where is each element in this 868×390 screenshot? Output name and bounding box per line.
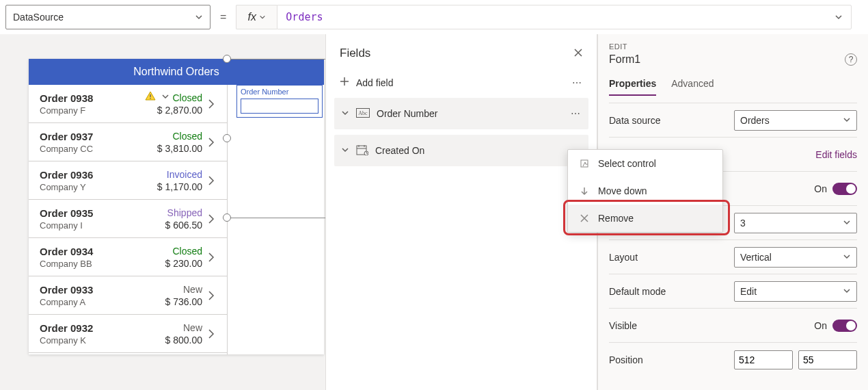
chevron-right-icon[interactable] (202, 252, 220, 263)
company-label: Company CC (40, 144, 141, 154)
company-label: Company I (40, 220, 141, 231)
svg-rect-1 (150, 98, 150, 99)
order-title: Order 0938 (40, 92, 141, 104)
formula-text: Orders (286, 11, 323, 23)
card-label: Order Number (236, 86, 323, 97)
context-menu: Select control Move down Remove (567, 149, 723, 233)
visible-toggle[interactable] (832, 320, 857, 332)
chevron-right-icon[interactable] (202, 328, 220, 339)
chevron-down-icon (843, 115, 851, 126)
columns-select[interactable]: 3 (734, 213, 857, 233)
gallery-item[interactable]: Order 0938Company FClosed$ 2,870.00 (29, 85, 227, 123)
chevron-down-icon (843, 286, 851, 297)
status-label: Invoiced (141, 169, 202, 180)
gallery-item[interactable]: Order 0937Company CCClosed$ 3,810.00 (29, 123, 227, 161)
status-label: Shipped (141, 207, 202, 218)
field-item[interactable]: Created On⋯ (334, 135, 588, 166)
data-source-label: Data source (609, 115, 734, 126)
order-number-card[interactable]: Order Number (236, 86, 323, 116)
chevron-down-icon (259, 14, 266, 21)
status-label: Closed (141, 131, 202, 142)
fields-title: Fields (340, 47, 370, 60)
field-type-icon: Abc (356, 108, 370, 120)
help-icon[interactable]: ? (845, 53, 857, 66)
amount-label: $ 606.50 (141, 220, 202, 231)
company-label: Company F (40, 105, 141, 116)
more-icon[interactable]: ⋯ (571, 108, 582, 119)
resize-handle[interactable] (223, 134, 231, 142)
arrow-down-icon (579, 186, 590, 196)
order-title: Order 0935 (40, 207, 141, 219)
chevron-right-icon[interactable] (202, 99, 220, 109)
property-select[interactable]: DataSource (5, 5, 211, 29)
gallery-item[interactable]: Order 0936Company YInvoiced$ 1,170.00 (29, 161, 227, 200)
fx-button[interactable]: fx (236, 5, 277, 29)
control-name: Form1 (609, 53, 640, 66)
amount-label: $ 800.00 (141, 335, 202, 346)
company-label: Company Y (40, 182, 141, 192)
visible-label: Visible (609, 320, 734, 331)
app-title: Northwind Orders (29, 59, 324, 85)
add-field-button[interactable]: Add field (340, 77, 393, 88)
ctx-select-control[interactable]: Select control (568, 150, 722, 177)
close-icon (579, 213, 590, 223)
chevron-down-icon (341, 108, 349, 119)
ctx-remove[interactable]: Remove (568, 205, 722, 232)
toggle-label: On (814, 320, 827, 331)
equals-label: = (211, 11, 236, 23)
chevron-right-icon[interactable] (202, 213, 220, 224)
chevron-down-icon (195, 13, 203, 21)
gallery-item[interactable]: Order 0935Company IShipped$ 606.50 (29, 200, 227, 238)
position-y-input[interactable] (798, 350, 857, 369)
gallery-item[interactable]: Order 0933Company ANew$ 736.00 (29, 276, 227, 315)
select-icon (579, 159, 590, 168)
chevron-right-icon[interactable] (202, 137, 220, 148)
chevron-down-icon (161, 92, 169, 103)
gallery-item[interactable]: Order 0934Company BBClosed$ 230.00 (29, 238, 227, 276)
default-mode-label: Default mode (609, 286, 734, 297)
tab-properties[interactable]: Properties (609, 78, 656, 96)
formula-input[interactable]: Orders (277, 5, 852, 29)
amount-label: $ 1,170.00 (141, 181, 202, 192)
snap-toggle[interactable] (832, 183, 857, 195)
warning-icon (145, 90, 156, 103)
default-mode-select[interactable]: Edit (734, 281, 857, 302)
field-label: Created On (375, 145, 564, 156)
gallery: Order 0938Company FClosed$ 2,870.00Order… (29, 85, 227, 354)
chevron-down-icon (843, 218, 851, 229)
card-input[interactable] (241, 99, 318, 114)
data-source-select[interactable]: Orders (734, 110, 857, 131)
gallery-item[interactable]: Order 0932Company KNew$ 800.00 (29, 315, 227, 353)
order-title: Order 0932 (40, 322, 141, 334)
plus-icon (340, 77, 349, 88)
chevron-right-icon[interactable] (202, 290, 220, 301)
chevron-down-icon (843, 252, 851, 263)
amount-label: $ 2,870.00 (141, 105, 202, 116)
order-title: Order 0934 (40, 246, 141, 257)
add-field-label: Add field (356, 77, 393, 88)
fx-icon: fx (248, 11, 256, 23)
amount-label: $ 230.00 (141, 258, 202, 269)
company-label: Company A (40, 297, 141, 307)
layout-label: Layout (609, 252, 734, 263)
tab-advanced[interactable]: Advanced (671, 78, 714, 96)
close-icon[interactable] (573, 48, 583, 60)
chevron-down-icon (835, 13, 843, 21)
edit-fields-link[interactable]: Edit fields (815, 149, 857, 160)
company-label: Company BB (40, 259, 141, 269)
selection-line (227, 218, 325, 218)
position-label: Position (609, 354, 734, 365)
chevron-right-icon[interactable] (202, 175, 220, 186)
position-x-input[interactable] (734, 350, 793, 369)
more-icon[interactable]: ⋯ (572, 77, 583, 88)
field-label: Order Number (377, 108, 564, 119)
ctx-move-down[interactable]: Move down (568, 177, 722, 205)
chevron-down-icon (341, 145, 349, 156)
resize-handle[interactable] (223, 55, 231, 63)
resize-handle[interactable] (223, 213, 231, 222)
property-label: DataSource (13, 12, 64, 23)
field-item[interactable]: AbcOrder Number⋯ (334, 98, 588, 129)
layout-select[interactable]: Vertical (734, 247, 857, 268)
order-title: Order 0936 (40, 169, 141, 181)
amount-label: $ 3,810.00 (141, 143, 202, 154)
